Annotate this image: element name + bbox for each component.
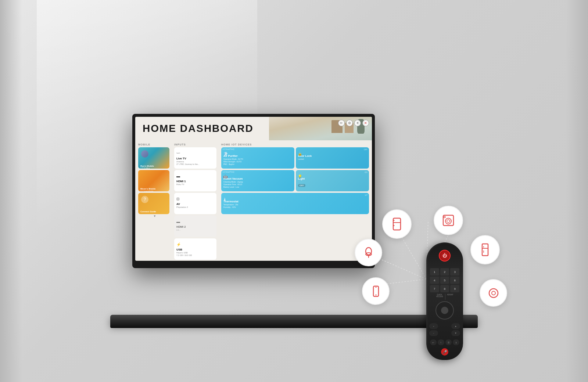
iot-circle-phone	[362, 277, 390, 305]
mobile-card-moon[interactable]: Moon's Mobile LG Smartphone	[138, 170, 169, 191]
dashboard-header: HOME DASHBOARD ✏ ⚙ ☀ ✕	[135, 117, 372, 140]
hdmi2-icon: ▬	[176, 220, 180, 224]
remote-nav-center[interactable]	[441, 307, 448, 314]
air-purifier-detail: Operation Mode : AUTOWind Strength : AUT…	[223, 158, 292, 166]
svg-point-25	[489, 289, 498, 298]
door-lock-name: Door Lock	[298, 154, 367, 158]
power-icon: ⏻	[442, 253, 447, 258]
input-card-usb[interactable]: ⚡ USB Heize's USB7.2 GB / 16.0 GB	[174, 238, 216, 260]
robot-vacuum-detail: Cleaning Mode : ZigzagOperation Time : 0…	[223, 181, 292, 188]
remote-btn-7[interactable]: 7	[430, 285, 439, 292]
iot-circle-fridge2	[470, 235, 500, 264]
hdmi1-icon: ▬	[176, 174, 180, 178]
door-lock-badge: OFF	[364, 148, 368, 151]
iot-card-door-lock[interactable]: OFF 🔒 Door Lock Locked	[296, 147, 369, 169]
robot-vacuum-icon: 🤖	[223, 174, 227, 179]
iot-section-title: HOME IoT DEVICES	[221, 143, 369, 146]
mobile-section-title: MOBILE	[138, 143, 171, 146]
air-purifier-name: Air Purifier	[223, 154, 292, 158]
remote-vol-down[interactable]: −	[429, 330, 438, 336]
mobile-card-ryu[interactable]: Ryu's Mobile LG TV Plus	[138, 147, 169, 169]
tv-frame: HOME DASHBOARD ✏ ⚙ ☀ ✕	[132, 114, 375, 268]
svg-point-15	[366, 248, 372, 255]
iot-circle-robot	[480, 279, 507, 307]
usb-title: USB	[176, 248, 214, 251]
dashboard-controls: ✏ ⚙ ☀ ✕	[338, 120, 369, 126]
home-dashboard: HOME DASHBOARD ✏ ⚙ ☀ ✕	[135, 117, 372, 261]
input-card-livetv[interactable]: 〰 Live TV Antenna27 JTBC Journey to the.…	[174, 147, 216, 169]
iot-card-light[interactable]: OO 💡 Light OFF	[296, 170, 369, 191]
iot-circle-washer	[434, 206, 463, 235]
remote-btn-5[interactable]: 5	[440, 277, 449, 284]
door-lock-detail: Locked	[298, 158, 367, 161]
remote-control[interactable]: ⏻ 1 2 3 4 5 6 7 8 9 QUICKACCESS AD/SAP ↩…	[426, 242, 463, 360]
remote-vol-up[interactable]: +	[429, 323, 438, 329]
hdmi1-title: HDMI 1	[176, 180, 214, 183]
tv: HOME DASHBOARD ✏ ⚙ ☀ ✕	[132, 114, 375, 268]
brightness-button[interactable]: ☀	[354, 120, 361, 126]
light-status: OFF	[298, 184, 305, 187]
remote-ch-up[interactable]: ▲	[451, 323, 460, 329]
remote-nav[interactable]	[435, 301, 454, 320]
svg-point-13	[447, 220, 450, 223]
svg-point-10	[394, 225, 395, 226]
usb-sub: Heize's USB7.2 GB / 16.0 GB	[176, 252, 214, 257]
remote-ch-down[interactable]: ▼	[451, 330, 460, 336]
input-card-hdmi2[interactable]: ▬ HDMI 2 LG...	[174, 216, 216, 237]
side-border-left	[0, 0, 22, 382]
ryu-sublabel: LG TV Plus	[140, 167, 150, 169]
remote-power-button[interactable]: ⏻	[439, 250, 451, 262]
remote-btn-3[interactable]: 3	[450, 268, 459, 275]
svg-rect-7	[393, 218, 401, 230]
remote-btn-8[interactable]: 8	[440, 285, 449, 292]
thermostat-name: Thermostat	[223, 200, 367, 203]
av-sub: Playstation 2	[176, 206, 214, 209]
mobile-scroll-down[interactable]: ▼	[138, 214, 171, 218]
remote-btn-home[interactable]: ⌂	[438, 339, 444, 345]
svg-point-14	[444, 216, 445, 218]
divider	[445, 294, 445, 300]
thermostat-detail: Temperature : 20cHumidity : 42%	[223, 203, 367, 209]
hdmi2-sub: LG...	[176, 229, 214, 231]
iot-card-thermostat[interactable]: IoT 🌡 Thermostat Temperature : 20cHumidi…	[221, 193, 369, 214]
remote-mic-button[interactable]: 🎤	[441, 348, 448, 356]
adsap-label: AD/SAP	[447, 294, 453, 300]
mobile-card-connect[interactable]: ? Connect Guide	[138, 193, 169, 214]
air-purifier-lg-badge: LG SmartThinQ	[223, 148, 234, 150]
thermostat-badge: IoT	[365, 194, 368, 196]
quick-access-label: QUICKACCESS	[436, 294, 443, 300]
settings-button[interactable]: ⚙	[346, 120, 353, 126]
remote-btn-2[interactable]: 2	[440, 268, 449, 275]
svg-rect-21	[482, 244, 488, 256]
dashboard-title-area: HOME DASHBOARD	[135, 117, 269, 140]
remote-btn-menu[interactable]: ☰	[445, 339, 452, 345]
remote-btn-4[interactable]: 4	[430, 277, 439, 284]
light-icon: 💡	[298, 174, 302, 179]
iot-card-robot-vacuum[interactable]: LG SmartThinQ 🤖 Robot Vacuum Cleaning Mo…	[221, 170, 294, 191]
remote-bottom-buttons: ↩ ⌂ ☰ ℹ	[430, 339, 459, 345]
svg-point-20	[375, 294, 376, 295]
input-card-hdmi1[interactable]: ▬ HDMI 1 Roku TV	[174, 170, 216, 191]
remote-btn-info[interactable]: ℹ	[453, 339, 459, 345]
edit-button[interactable]: ✏	[338, 120, 345, 126]
input-card-av[interactable]: ⊡ AV Playstation 2	[174, 193, 216, 214]
ryu-avatar	[141, 150, 148, 158]
dashboard-title: HOME DASHBOARD	[143, 123, 254, 134]
close-button[interactable]: ✕	[362, 120, 369, 126]
livetv-title: Live TV	[176, 157, 214, 160]
thermostat-icon: 🌡	[223, 197, 227, 201]
iot-card-air-purifier[interactable]: LG SmartThinQ 💨 Air Purifier Operation M…	[221, 147, 294, 169]
inputs-items: 〰 Live TV Antenna27 JTBC Journey to the.…	[174, 147, 218, 261]
remote-btn-9[interactable]: 9	[450, 285, 459, 292]
av-title: AV	[176, 202, 214, 206]
side-border-right	[566, 0, 588, 382]
remote-btn-6[interactable]: 6	[450, 277, 459, 284]
remote-btn-back[interactable]: ↩	[430, 339, 437, 345]
mic-icon: 🎤	[442, 350, 447, 354]
robot-vacuum-lg-badge: LG SmartThinQ	[223, 171, 234, 173]
light-name: Light	[298, 177, 367, 180]
remote-btn-1[interactable]: 1	[430, 268, 439, 275]
svg-point-9	[394, 220, 395, 221]
inputs-section-title: INPUTS	[174, 143, 218, 146]
antenna-icon: 〰	[176, 151, 180, 155]
